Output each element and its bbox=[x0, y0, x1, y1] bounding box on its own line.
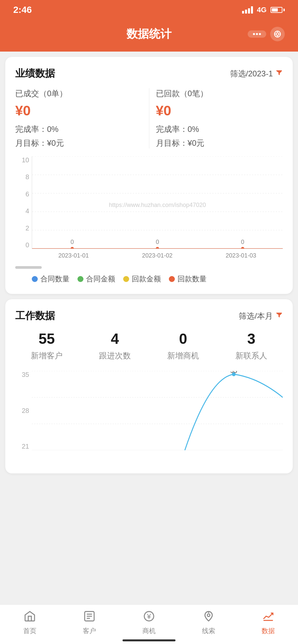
new-customers-label: 新增客户 bbox=[15, 350, 78, 361]
new-opportunities-num: 0 bbox=[152, 331, 215, 347]
new-customers-num: 55 bbox=[15, 331, 78, 347]
nav-item-leads[interactable]: 线索 bbox=[179, 610, 238, 635]
nav-item-data[interactable]: 数据 bbox=[238, 610, 298, 635]
home-indicator bbox=[123, 639, 175, 641]
transacted-target: 月目标：¥0元 bbox=[15, 138, 142, 148]
work-stats-grid: 55 新增客户 4 跟进次数 0 新增商机 3 新联系人 bbox=[15, 331, 283, 361]
nav-label-opportunities: 商机 bbox=[142, 626, 156, 635]
work-stat-followup: 4 跟进次数 bbox=[83, 331, 146, 361]
transacted-stat: 已成交（0单） ¥0 完成率：0% 月目标：¥0元 bbox=[15, 88, 149, 148]
svg-point-14 bbox=[156, 247, 159, 249]
legend-dot-refund-amount bbox=[123, 276, 129, 282]
main-content: 业绩数据 筛选/2023-1 已成交（0单） ¥0 完成率：0% 月目标：¥0元… bbox=[0, 57, 298, 518]
svg-point-30 bbox=[207, 614, 210, 617]
legend-dot-contracts bbox=[32, 276, 38, 282]
work-stat-new-customers: 55 新增客户 bbox=[15, 331, 78, 361]
page-title: 数据统计 bbox=[126, 26, 172, 42]
status-time: 2:46 bbox=[13, 5, 32, 15]
performance-chart-svg: 0 0 0 https://www.huzhan.com/ishop47020 bbox=[32, 156, 283, 249]
bottom-nav: 首页 客户 ¥ 商机 线索 bbox=[0, 604, 298, 644]
work-stat-new-opportunities: 0 新增商机 bbox=[152, 331, 215, 361]
signal-icon bbox=[242, 6, 253, 14]
performance-chart: 10 8 6 4 2 0 0 bbox=[15, 156, 283, 262]
work-chart-y-axis: 35 28 21 bbox=[15, 371, 32, 450]
performance-card-title: 业绩数据 bbox=[15, 67, 55, 80]
status-bar: 2:46 4G bbox=[0, 0, 298, 20]
legend-dot-amount bbox=[77, 276, 83, 282]
home-icon bbox=[24, 610, 36, 624]
opportunities-icon: ¥ bbox=[143, 610, 155, 624]
nav-label-leads: 线索 bbox=[202, 626, 215, 635]
work-card-header: 工作数据 筛选/本月 bbox=[15, 309, 283, 323]
new-contacts-label: 新联系人 bbox=[220, 350, 283, 361]
battery-icon bbox=[271, 7, 285, 13]
work-filter-icon bbox=[275, 311, 283, 321]
followup-label: 跟进次数 bbox=[83, 350, 146, 361]
nav-label-customers: 客户 bbox=[83, 626, 96, 635]
refunded-label: 已回款（0笔） bbox=[156, 88, 283, 99]
legend-item-refund-amount: 回款金额 bbox=[123, 274, 161, 284]
svg-text:0: 0 bbox=[241, 239, 244, 245]
new-opportunities-label: 新增商机 bbox=[152, 350, 215, 361]
network-label: 4G bbox=[257, 6, 267, 14]
chart-scroll-indicator[interactable] bbox=[15, 266, 42, 269]
nav-item-customers[interactable]: 客户 bbox=[60, 610, 119, 635]
header: 数据统计 bbox=[0, 20, 298, 52]
work-filter-button[interactable]: 筛选/本月 bbox=[239, 311, 283, 321]
svg-point-12 bbox=[71, 247, 74, 249]
chart-legend: 合同数量 合同金额 回款金额 回款数量 bbox=[15, 274, 283, 284]
performance-stats-row: 已成交（0单） ¥0 完成率：0% 月目标：¥0元 已回款（0笔） ¥0 完成率… bbox=[15, 88, 283, 148]
watermark: https://www.huzhan.com/ishop47020 bbox=[109, 202, 206, 208]
refunded-target: 月目标：¥0元 bbox=[156, 138, 283, 148]
header-actions bbox=[248, 27, 285, 41]
new-contacts-num: 3 bbox=[220, 331, 283, 347]
chart-plot-area: 0 0 0 https://www.huzhan.com/ishop47020 bbox=[32, 156, 283, 249]
leads-icon bbox=[202, 610, 215, 624]
nav-label-data: 数据 bbox=[262, 626, 275, 635]
legend-label-refund-count: 回款数量 bbox=[177, 274, 207, 284]
nav-label-home: 首页 bbox=[23, 626, 36, 635]
work-card: 工作数据 筛选/本月 55 新增客户 4 跟进次数 0 新增商 bbox=[5, 299, 293, 473]
legend-item-contracts: 合同数量 bbox=[32, 274, 70, 284]
filter-icon bbox=[275, 68, 283, 79]
svg-text:0: 0 bbox=[71, 239, 74, 245]
legend-label-amount: 合同金额 bbox=[86, 274, 115, 284]
customers-icon bbox=[83, 610, 96, 624]
status-icons: 4G bbox=[242, 6, 285, 14]
work-chart-svg: 33 bbox=[32, 371, 283, 450]
work-chart: 35 28 21 33 bbox=[15, 371, 283, 463]
performance-filter-button[interactable]: 筛选/2023-1 bbox=[230, 68, 283, 79]
legend-item-refund-count: 回款数量 bbox=[169, 274, 207, 284]
legend-label-refund-amount: 回款金额 bbox=[132, 274, 161, 284]
legend-item-amount: 合同金额 bbox=[77, 274, 115, 284]
chart-x-axis: 2023-01-01 2023-01-02 2023-01-03 bbox=[32, 249, 283, 262]
performance-filter-label: 筛选/2023-1 bbox=[230, 68, 273, 79]
performance-card-header: 业绩数据 筛选/2023-1 bbox=[15, 67, 283, 80]
refunded-rate: 完成率：0% bbox=[156, 124, 283, 135]
svg-text:33: 33 bbox=[230, 371, 237, 374]
performance-card: 业绩数据 筛选/2023-1 已成交（0单） ¥0 完成率：0% 月目标：¥0元… bbox=[5, 57, 293, 294]
legend-label-contracts: 合同数量 bbox=[40, 274, 70, 284]
data-icon bbox=[262, 610, 274, 624]
work-card-title: 工作数据 bbox=[15, 309, 55, 323]
transacted-rate: 完成率：0% bbox=[15, 124, 142, 135]
work-filter-label: 筛选/本月 bbox=[239, 311, 273, 321]
svg-text:0: 0 bbox=[156, 239, 159, 245]
nav-item-home[interactable]: 首页 bbox=[0, 610, 60, 635]
chart-y-axis: 10 8 6 4 2 0 bbox=[15, 156, 32, 249]
more-options-button[interactable] bbox=[248, 30, 266, 38]
target-button[interactable] bbox=[270, 27, 285, 41]
refunded-amount: ¥0 bbox=[156, 103, 283, 119]
svg-point-16 bbox=[241, 247, 244, 249]
transacted-label: 已成交（0单） bbox=[15, 88, 142, 99]
transacted-amount: ¥0 bbox=[15, 103, 142, 119]
svg-point-1 bbox=[276, 33, 279, 35]
legend-dot-refund-count bbox=[169, 276, 175, 282]
nav-item-opportunities[interactable]: ¥ 商机 bbox=[119, 610, 179, 635]
svg-text:¥: ¥ bbox=[147, 612, 151, 621]
followup-num: 4 bbox=[83, 331, 146, 347]
work-stat-new-contacts: 3 新联系人 bbox=[220, 331, 283, 361]
refunded-stat: 已回款（0笔） ¥0 完成率：0% 月目标：¥0元 bbox=[149, 88, 283, 148]
